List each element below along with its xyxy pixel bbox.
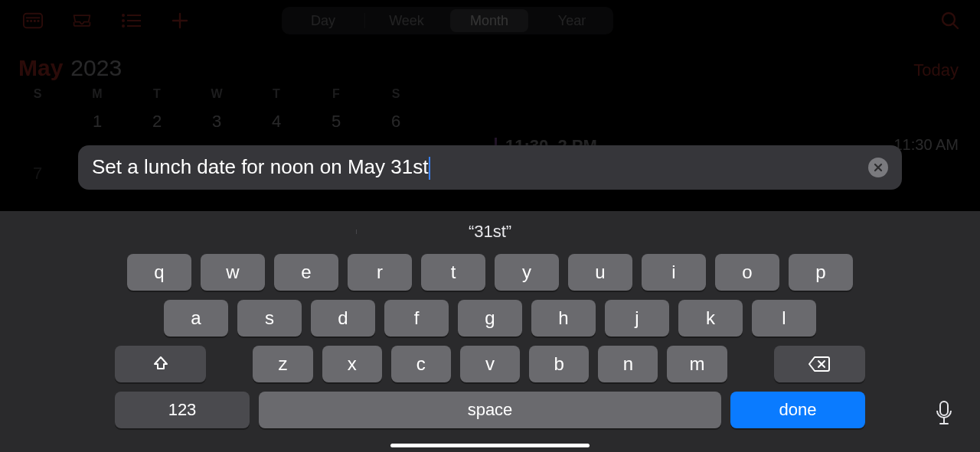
key-x[interactable]: x [322,346,382,382]
key-b[interactable]: b [529,346,589,382]
key-m[interactable]: m [667,346,727,382]
on-screen-keyboard: “31st” q w e r t y u i o p a s d f g h j… [0,211,980,452]
text-caret [429,157,430,180]
key-q[interactable]: q [127,254,191,291]
key-row-4: 123 space done [115,392,865,428]
key-c[interactable]: c [391,346,451,382]
key-f[interactable]: f [384,300,449,337]
key-r[interactable]: r [348,254,412,291]
key-a[interactable]: a [164,300,228,337]
home-indicator[interactable] [390,444,590,447]
svg-rect-13 [940,402,948,415]
quick-add-input[interactable]: Set a lunch date for noon on May 31st [78,145,902,190]
key-row-1: q w e r t y u i o p [115,254,865,291]
key-y[interactable]: y [495,254,559,291]
key-o[interactable]: o [715,254,779,291]
shift-key[interactable] [115,346,206,382]
key-t[interactable]: t [421,254,485,291]
backspace-key[interactable] [774,346,865,382]
space-key[interactable]: space [259,392,721,428]
microphone-icon [934,400,954,426]
key-k[interactable]: k [678,300,743,337]
key-i[interactable]: i [642,254,706,291]
key-row-2: a s d f g h j k l [115,300,865,337]
clear-text-button[interactable] [868,158,888,177]
key-v[interactable]: v [460,346,520,382]
key-h[interactable]: h [531,300,596,337]
key-z[interactable]: z [253,346,312,382]
key-w[interactable]: w [201,254,265,291]
key-row-3: z x c v b n m [115,346,865,382]
backspace-icon [808,356,831,372]
key-g[interactable]: g [458,300,522,337]
suggestion-bar: “31st” [0,211,980,252]
shift-icon [152,355,170,373]
done-key[interactable]: done [730,392,865,428]
numbers-key[interactable]: 123 [115,392,250,428]
quick-add-text: Set a lunch date for noon on May 31st [92,155,868,180]
key-u[interactable]: u [568,254,632,291]
key-j[interactable]: j [605,300,669,337]
key-d[interactable]: d [311,300,375,337]
key-n[interactable]: n [598,346,658,382]
key-e[interactable]: e [274,254,338,291]
key-s[interactable]: s [237,300,302,337]
key-p[interactable]: p [789,254,853,291]
key-l[interactable]: l [752,300,816,337]
dictation-button[interactable] [934,400,954,426]
suggestion[interactable]: “31st” [356,222,624,242]
